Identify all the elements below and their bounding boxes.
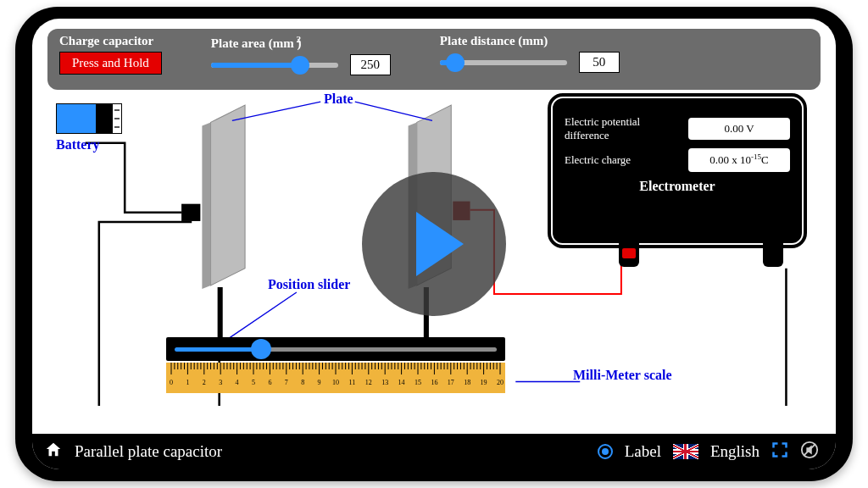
svg-text:18: 18 [464,379,470,386]
plate-label: Plate [324,92,353,107]
uk-flag-icon [673,444,698,459]
screen: Charge capacitor Press and Hold Plate ar… [32,19,836,469]
svg-text:5: 5 [252,379,255,386]
electric-charge-label: Electric charge [565,153,631,167]
svg-text:0: 0 [170,379,173,386]
potential-diff-value: 0.00 V [688,118,790,140]
mm-ruler: 01234567891011121314151617181920 [166,363,505,393]
electrometer: Electric potential difference 0.00 V Ele… [551,97,804,245]
no-sound-icon[interactable] [800,441,819,463]
control-bar: Charge capacitor Press and Hold Plate ar… [47,29,821,90]
svg-rect-0 [181,204,200,221]
plate-distance-label: Plate distance (mm) [440,34,620,48]
svg-text:12: 12 [365,379,372,386]
svg-marker-2 [202,122,210,289]
fullscreen-icon[interactable] [771,441,788,462]
svg-text:11: 11 [349,379,356,386]
language-label[interactable]: English [710,442,760,461]
battery: Battery [56,103,122,152]
mm-scale-label: Milli-Meter scale [573,368,672,383]
electrometer-red-port [619,243,639,267]
svg-text:1: 1 [186,379,189,386]
charge-capacitor-label: Charge capacitor [59,34,162,48]
home-icon[interactable] [44,441,63,463]
svg-text:9: 9 [318,379,321,386]
plate-area-value[interactable]: 250 [350,54,391,75]
battery-label: Battery [56,137,122,152]
electrometer-title: Electrometer [565,179,790,194]
label-toggle-radio[interactable] [598,444,613,459]
electrometer-black-port [763,243,783,267]
position-slider[interactable] [166,337,505,361]
plate-area-label: Plate area (mm )2 [211,34,391,51]
svg-text:19: 19 [481,379,487,386]
svg-text:16: 16 [431,379,437,386]
press-and-hold-button[interactable]: Press and Hold [59,52,162,75]
electric-charge-value: 0.00 x 10-15C [688,148,790,171]
svg-text:10: 10 [332,379,339,386]
svg-text:13: 13 [381,379,388,386]
svg-rect-6 [218,287,223,341]
svg-text:3: 3 [219,379,222,386]
svg-text:7: 7 [285,379,288,386]
label-toggle-text[interactable]: Label [625,442,661,461]
plate-distance-slider[interactable] [440,60,567,65]
play-button[interactable] [362,172,506,316]
plate-distance-value[interactable]: 50 [579,52,620,73]
svg-text:20: 20 [497,379,504,386]
play-icon [416,212,464,276]
svg-text:17: 17 [448,379,454,386]
svg-text:6: 6 [268,379,271,386]
tablet-frame: Charge capacitor Press and Hold Plate ar… [15,7,853,481]
svg-line-9 [355,102,432,120]
svg-text:4: 4 [236,379,239,386]
bottom-bar: Parallel plate capacitor Label English [32,434,836,469]
plate-area-slider[interactable] [211,63,338,68]
svg-text:2: 2 [203,379,206,386]
position-slider-label: Position slider [268,277,350,292]
page-title: Parallel plate capacitor [75,442,586,461]
svg-text:14: 14 [398,379,405,386]
svg-text:15: 15 [415,379,421,386]
svg-text:8: 8 [301,379,304,386]
potential-diff-label: Electric potential difference [565,115,666,141]
svg-marker-1 [211,105,246,286]
